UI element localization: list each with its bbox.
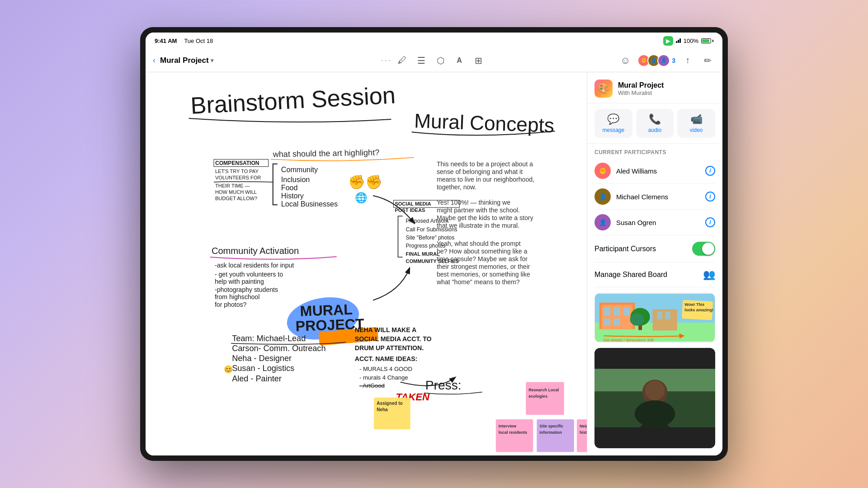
svg-text:NEHA WILL MAKE A: NEHA WILL MAKE A: [355, 326, 416, 333]
svg-text:This needs to be a project abo: This needs to be a project about a: [437, 160, 533, 168]
divider-5: [594, 287, 715, 287]
video-icon: 📹: [690, 113, 703, 125]
svg-text:🌐: 🌐: [355, 192, 368, 204]
svg-text:Interview: Interview: [499, 424, 517, 428]
chevron-down-icon: ▾: [211, 57, 213, 64]
svg-text:Press:: Press:: [425, 378, 462, 392]
svg-text:Inclusion: Inclusion: [281, 175, 310, 183]
svg-text:-ask local residents for input: -ask local residents for input: [215, 262, 294, 269]
svg-text:- murals 4 Change: - murals 4 Change: [359, 374, 408, 381]
svg-text:history: history: [580, 430, 587, 435]
wifi-icon: [676, 38, 681, 43]
board-thumbnail: Site details / dimensions 30ft 10% Wow! …: [594, 293, 715, 343]
participant-info-button-aled[interactable]: i: [705, 166, 715, 176]
brainstorm-canvas[interactable]: Brainstorm Session Mural Concepts what s…: [146, 72, 587, 455]
svg-point-105: [635, 400, 675, 427]
message-action-button[interactable]: 💬 message: [594, 109, 632, 138]
svg-text:PROJECT: PROJECT: [295, 316, 365, 334]
svg-text:SOCIAL MEDIA: SOCIAL MEDIA: [395, 201, 431, 206]
panel-actions: 💬 message 📞 audio 📹 video: [587, 103, 722, 144]
message-label: message: [602, 127, 624, 133]
participant-row-aled: ✊ Aled Williams i: [587, 158, 722, 183]
svg-text:Brainstorm Session: Brainstorm Session: [190, 82, 396, 119]
svg-text:BUDGET ALLOW?: BUDGET ALLOW?: [215, 196, 257, 201]
svg-text:time capsule? Maybe we ask for: time capsule? Maybe we ask for: [437, 255, 528, 263]
svg-text:FINAL MURAL: FINAL MURAL: [406, 251, 440, 257]
message-icon: 💬: [607, 113, 619, 125]
share-button[interactable]: ↑: [680, 53, 695, 68]
svg-text:ACCT. NAME IDEAS:: ACCT. NAME IDEAS:: [355, 355, 417, 362]
svg-text:Susan - Logistics: Susan - Logistics: [232, 364, 294, 373]
svg-text:History: History: [281, 192, 304, 200]
svg-text:Local Businesses: Local Businesses: [281, 200, 338, 208]
svg-text:information: information: [539, 430, 562, 435]
svg-text:be? How about something like a: be? How about something like a: [437, 248, 528, 255]
svg-text:POST IDEAS: POST IDEAS: [395, 207, 425, 213]
svg-text:Neha - Designer: Neha - Designer: [232, 354, 292, 363]
ipad-screen: 9:41 AM Tue Oct 18 ▶ 100%: [146, 33, 722, 455]
shapes-tool-button[interactable]: ⬡: [432, 52, 449, 69]
status-bar: 9:41 AM Tue Oct 18 ▶ 100%: [146, 33, 722, 49]
svg-text:Aled - Painter: Aled - Painter: [232, 374, 282, 383]
svg-rect-95: [665, 311, 670, 319]
participant-row-michael: 👤 Michael Clemens i: [587, 184, 722, 209]
manage-shared-board-icon: 👥: [703, 269, 715, 281]
svg-text:SOCIAL MEDIA ACCT. TO: SOCIAL MEDIA ACCT. TO: [355, 335, 432, 343]
svg-text:Site details / dimensions 30ft: Site details / dimensions 30ft: [603, 338, 654, 342]
avatar-susan: 👤: [594, 214, 611, 230]
svg-text:their strongest memories, or t: their strongest memories, or their: [437, 263, 530, 270]
pen-tool-button[interactable]: 🖊: [394, 52, 411, 69]
svg-text:COMPENSATION: COMPENSATION: [215, 160, 259, 166]
svg-text:Neha: Neha: [377, 407, 388, 412]
panel-title-group: Mural Project With Muralist: [618, 81, 664, 96]
audio-action-button[interactable]: 📞 audio: [636, 109, 674, 138]
status-time: 9:41 AM: [155, 38, 177, 44]
svg-text:LET'S TRY TO PAY: LET'S TRY TO PAY: [215, 169, 259, 174]
svg-text:Site specific: Site specific: [539, 424, 563, 428]
image-tool-button[interactable]: ⊞: [470, 52, 487, 69]
video-preview: [594, 348, 715, 448]
svg-text:Community Activation: Community Activation: [212, 246, 299, 256]
project-title-button[interactable]: Mural Project ▾: [160, 56, 213, 65]
svg-text:Yeah, what should the prompt: Yeah, what should the prompt: [437, 240, 521, 247]
svg-text:Team: Michael-Lead: Team: Michael-Lead: [232, 334, 306, 343]
participant-info-button-michael[interactable]: i: [705, 192, 715, 202]
more-options-dots[interactable]: ···: [381, 56, 392, 65]
svg-text:looks amazing!: looks amazing!: [684, 308, 713, 312]
back-button[interactable]: ‹: [153, 56, 156, 65]
manage-shared-board-button[interactable]: Manage Shared Board 👥: [587, 263, 722, 287]
panel-subtitle: With Muralist: [618, 89, 664, 96]
video-action-button[interactable]: 📹 video: [677, 109, 715, 138]
participant-name-aled: Aled Williams: [616, 167, 700, 175]
manage-label: Manage Shared Board: [594, 271, 703, 279]
svg-text:Assigned to: Assigned to: [377, 401, 402, 406]
edit-button[interactable]: ✏: [700, 53, 715, 68]
svg-point-92: [630, 313, 644, 325]
thumbnail-svg: Site details / dimensions 30ft 10% Wow! …: [595, 293, 715, 342]
participant-cursors-toggle[interactable]: [692, 242, 715, 256]
svg-text:Neighborhood: Neighborhood: [580, 424, 587, 428]
svg-rect-94: [657, 311, 662, 319]
svg-text:together, now.: together, now.: [437, 183, 476, 191]
camera-status-icon: ▶: [663, 36, 673, 46]
svg-text:what should the art highlight?: what should the art highlight?: [272, 148, 379, 159]
svg-rect-93: [653, 309, 677, 330]
svg-text:means to live in our neighborh: means to live in our neighborhood,: [437, 176, 534, 183]
audio-icon: 📞: [649, 113, 661, 125]
participant-row-susan: 👤 Susan Ogren i: [587, 210, 722, 235]
panel-title: Mural Project: [618, 81, 664, 89]
text-tool-button[interactable]: A: [451, 52, 468, 69]
svg-text:Wow! This: Wow! This: [684, 302, 704, 307]
emoji-reaction-button[interactable]: ☺: [618, 53, 633, 68]
participant-info-button-susan[interactable]: i: [705, 217, 715, 227]
app-icon: 🎨: [594, 80, 613, 98]
svg-rect-86: [613, 307, 620, 316]
collaborator-count: 3: [672, 57, 675, 64]
toolbar: ‹ Mural Project ▾ ··· 🖊 ☰ ⬡ A ⊞ ☺ ✊: [146, 49, 722, 72]
ipad-frame: 9:41 AM Tue Oct 18 ▶ 100%: [140, 27, 728, 461]
svg-text:- get youth volunteers to: - get youth volunteers to: [215, 271, 283, 278]
canvas-area[interactable]: Brainstorm Session Mural Concepts what s…: [146, 72, 587, 455]
collaborators-button[interactable]: ✊ 👤 👤 3: [637, 54, 675, 67]
svg-text:-photography students: -photography students: [215, 286, 278, 293]
lines-tool-button[interactable]: ☰: [413, 52, 430, 69]
